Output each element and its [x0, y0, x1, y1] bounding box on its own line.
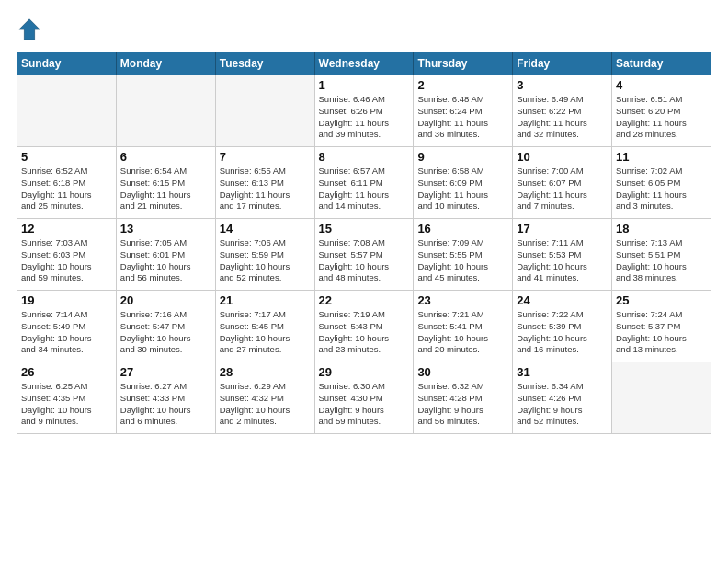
day-number: 21 — [220, 293, 311, 307]
calendar-cell: 23Sunrise: 7:21 AM Sunset: 5:41 PM Dayli… — [414, 291, 513, 362]
day-number: 27 — [120, 365, 211, 379]
day-info: Sunrise: 6:54 AM Sunset: 6:15 PM Dayligh… — [120, 166, 211, 213]
calendar-cell: 12Sunrise: 7:03 AM Sunset: 6:03 PM Dayli… — [17, 219, 117, 291]
day-number: 19 — [21, 293, 112, 307]
calendar-week-row: 26Sunrise: 6:25 AM Sunset: 4:35 PM Dayli… — [17, 362, 711, 434]
header — [17, 17, 711, 42]
day-number: 29 — [319, 365, 410, 379]
day-info: Sunrise: 6:27 AM Sunset: 4:33 PM Dayligh… — [120, 381, 211, 428]
calendar-cell: 14Sunrise: 7:06 AM Sunset: 5:59 PM Dayli… — [215, 219, 314, 291]
day-info: Sunrise: 6:58 AM Sunset: 6:09 PM Dayligh… — [417, 166, 508, 213]
day-number: 24 — [517, 293, 608, 307]
logo — [17, 17, 46, 42]
day-info: Sunrise: 7:22 AM Sunset: 5:39 PM Dayligh… — [517, 309, 608, 356]
day-number: 6 — [120, 150, 211, 164]
calendar-cell: 3Sunrise: 6:49 AM Sunset: 6:22 PM Daylig… — [513, 75, 612, 147]
calendar-week-row: 5Sunrise: 6:52 AM Sunset: 6:18 PM Daylig… — [17, 147, 711, 219]
day-number: 12 — [21, 222, 112, 236]
day-number: 7 — [220, 150, 311, 164]
logo-icon — [17, 17, 42, 42]
day-info: Sunrise: 7:05 AM Sunset: 6:01 PM Dayligh… — [120, 237, 211, 284]
day-number: 5 — [21, 150, 112, 164]
calendar-body: 1Sunrise: 6:46 AM Sunset: 6:26 PM Daylig… — [17, 75, 711, 434]
calendar-cell — [215, 75, 314, 147]
calendar-cell — [17, 75, 117, 147]
calendar-cell: 13Sunrise: 7:05 AM Sunset: 6:01 PM Dayli… — [116, 219, 215, 291]
calendar-cell: 28Sunrise: 6:29 AM Sunset: 4:32 PM Dayli… — [215, 362, 314, 434]
calendar-cell: 18Sunrise: 7:13 AM Sunset: 5:51 PM Dayli… — [612, 219, 711, 291]
day-info: Sunrise: 7:06 AM Sunset: 5:59 PM Dayligh… — [220, 237, 311, 284]
calendar-cell: 16Sunrise: 7:09 AM Sunset: 5:55 PM Dayli… — [414, 219, 513, 291]
day-number: 11 — [616, 150, 707, 164]
day-info: Sunrise: 7:09 AM Sunset: 5:55 PM Dayligh… — [417, 237, 508, 284]
day-number: 18 — [616, 222, 707, 236]
day-info: Sunrise: 7:21 AM Sunset: 5:41 PM Dayligh… — [417, 309, 508, 356]
day-number: 9 — [417, 150, 508, 164]
calendar-cell: 27Sunrise: 6:27 AM Sunset: 4:33 PM Dayli… — [116, 362, 215, 434]
day-info: Sunrise: 7:08 AM Sunset: 5:57 PM Dayligh… — [319, 237, 410, 284]
calendar-cell: 29Sunrise: 6:30 AM Sunset: 4:30 PM Dayli… — [314, 362, 414, 434]
day-info: Sunrise: 7:02 AM Sunset: 6:05 PM Dayligh… — [616, 166, 707, 213]
calendar-cell: 17Sunrise: 7:11 AM Sunset: 5:53 PM Dayli… — [513, 219, 612, 291]
day-number: 15 — [319, 222, 410, 236]
day-info: Sunrise: 7:24 AM Sunset: 5:37 PM Dayligh… — [616, 309, 707, 356]
day-number: 17 — [517, 222, 608, 236]
day-info: Sunrise: 6:52 AM Sunset: 6:18 PM Dayligh… — [21, 166, 112, 213]
day-info: Sunrise: 6:32 AM Sunset: 4:28 PM Dayligh… — [417, 381, 508, 428]
calendar-week-row: 19Sunrise: 7:14 AM Sunset: 5:49 PM Dayli… — [17, 291, 711, 362]
day-number: 13 — [120, 222, 211, 236]
day-number: 8 — [319, 150, 410, 164]
page: SundayMondayTuesdayWednesdayThursdayFrid… — [0, 0, 728, 563]
day-info: Sunrise: 6:46 AM Sunset: 6:26 PM Dayligh… — [319, 94, 410, 141]
day-number: 3 — [517, 78, 608, 92]
day-info: Sunrise: 6:29 AM Sunset: 4:32 PM Dayligh… — [220, 381, 311, 428]
day-number: 20 — [120, 293, 211, 307]
calendar-cell — [116, 75, 215, 147]
day-info: Sunrise: 6:34 AM Sunset: 4:26 PM Dayligh… — [517, 381, 608, 428]
calendar-cell: 9Sunrise: 6:58 AM Sunset: 6:09 PM Daylig… — [414, 147, 513, 219]
calendar-week-row: 1Sunrise: 6:46 AM Sunset: 6:26 PM Daylig… — [17, 75, 711, 147]
day-info: Sunrise: 6:30 AM Sunset: 4:30 PM Dayligh… — [319, 381, 410, 428]
calendar-cell: 25Sunrise: 7:24 AM Sunset: 5:37 PM Dayli… — [612, 291, 711, 362]
calendar-cell: 5Sunrise: 6:52 AM Sunset: 6:18 PM Daylig… — [17, 147, 117, 219]
calendar-cell: 7Sunrise: 6:55 AM Sunset: 6:13 PM Daylig… — [215, 147, 314, 219]
day-number: 16 — [417, 222, 508, 236]
calendar-cell: 30Sunrise: 6:32 AM Sunset: 4:28 PM Dayli… — [414, 362, 513, 434]
weekday-header: Saturday — [612, 52, 711, 75]
day-info: Sunrise: 7:14 AM Sunset: 5:49 PM Dayligh… — [21, 309, 112, 356]
weekday-header: Tuesday — [215, 52, 314, 75]
day-number: 2 — [417, 78, 508, 92]
calendar-cell — [612, 362, 711, 434]
day-number: 28 — [220, 365, 311, 379]
weekday-header: Wednesday — [314, 52, 414, 75]
calendar-cell: 26Sunrise: 6:25 AM Sunset: 4:35 PM Dayli… — [17, 362, 117, 434]
day-number: 14 — [220, 222, 311, 236]
day-number: 26 — [21, 365, 112, 379]
day-number: 10 — [517, 150, 608, 164]
day-info: Sunrise: 7:00 AM Sunset: 6:07 PM Dayligh… — [517, 166, 608, 213]
calendar-cell: 1Sunrise: 6:46 AM Sunset: 6:26 PM Daylig… — [314, 75, 414, 147]
calendar-cell: 6Sunrise: 6:54 AM Sunset: 6:15 PM Daylig… — [116, 147, 215, 219]
calendar-cell: 8Sunrise: 6:57 AM Sunset: 6:11 PM Daylig… — [314, 147, 414, 219]
day-number: 31 — [517, 365, 608, 379]
calendar-cell: 4Sunrise: 6:51 AM Sunset: 6:20 PM Daylig… — [612, 75, 711, 147]
day-info: Sunrise: 6:55 AM Sunset: 6:13 PM Dayligh… — [220, 166, 311, 213]
calendar-cell: 2Sunrise: 6:48 AM Sunset: 6:24 PM Daylig… — [414, 75, 513, 147]
day-number: 4 — [616, 78, 707, 92]
day-info: Sunrise: 7:13 AM Sunset: 5:51 PM Dayligh… — [616, 237, 707, 284]
day-info: Sunrise: 7:17 AM Sunset: 5:45 PM Dayligh… — [220, 309, 311, 356]
weekday-row: SundayMondayTuesdayWednesdayThursdayFrid… — [17, 52, 711, 75]
day-info: Sunrise: 7:19 AM Sunset: 5:43 PM Dayligh… — [319, 309, 410, 356]
day-number: 25 — [616, 293, 707, 307]
day-number: 23 — [417, 293, 508, 307]
calendar-cell: 11Sunrise: 7:02 AM Sunset: 6:05 PM Dayli… — [612, 147, 711, 219]
calendar-cell: 21Sunrise: 7:17 AM Sunset: 5:45 PM Dayli… — [215, 291, 314, 362]
calendar-header: SundayMondayTuesdayWednesdayThursdayFrid… — [17, 52, 711, 75]
day-info: Sunrise: 7:03 AM Sunset: 6:03 PM Dayligh… — [21, 237, 112, 284]
calendar-cell: 19Sunrise: 7:14 AM Sunset: 5:49 PM Dayli… — [17, 291, 117, 362]
weekday-header: Thursday — [414, 52, 513, 75]
calendar: SundayMondayTuesdayWednesdayThursdayFrid… — [17, 52, 711, 434]
day-info: Sunrise: 6:51 AM Sunset: 6:20 PM Dayligh… — [616, 94, 707, 141]
day-info: Sunrise: 6:25 AM Sunset: 4:35 PM Dayligh… — [21, 381, 112, 428]
calendar-cell: 31Sunrise: 6:34 AM Sunset: 4:26 PM Dayli… — [513, 362, 612, 434]
